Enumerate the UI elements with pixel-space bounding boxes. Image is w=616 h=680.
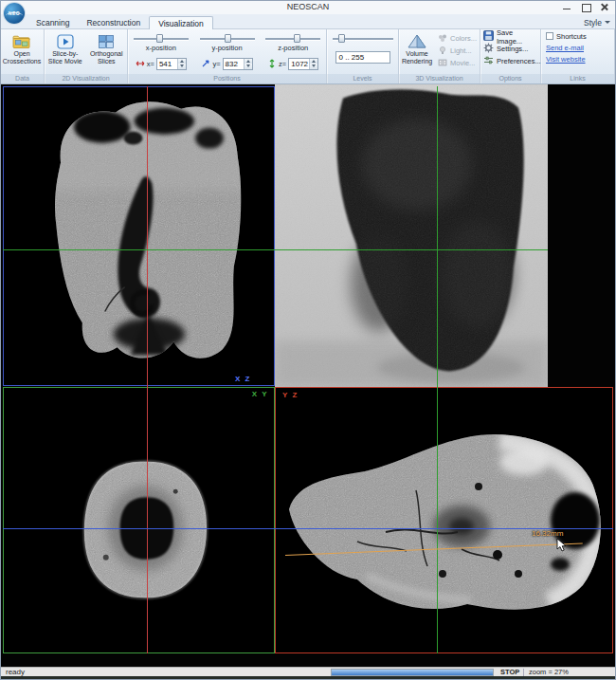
minimize-icon[interactable] bbox=[559, 2, 574, 12]
maximize-icon[interactable] bbox=[578, 2, 593, 12]
send-email-link-row: Send e-mail bbox=[541, 42, 614, 53]
mouse-cursor-icon bbox=[556, 538, 568, 553]
y-position-title: y-position bbox=[211, 44, 242, 52]
slider-thumb[interactable] bbox=[338, 34, 345, 43]
ribbon-group-positions: x-position x= 541 bbox=[128, 29, 327, 83]
z-prefix: z= bbox=[279, 60, 286, 68]
orthogonal-slices-label: Orthogonal Slices bbox=[87, 50, 127, 64]
spin-down-button[interactable] bbox=[245, 64, 252, 69]
status-text: ready bbox=[6, 668, 25, 676]
levels-range-box[interactable]: 0 .. 255 bbox=[335, 51, 390, 64]
group-label-links: Links bbox=[541, 74, 614, 83]
preferences-label: Preferences... bbox=[497, 57, 541, 65]
statusbar-separator bbox=[523, 669, 524, 676]
checkbox-icon[interactable] bbox=[546, 32, 553, 40]
measurement-value: 16.32mm bbox=[532, 529, 563, 538]
window-controls bbox=[559, 2, 612, 12]
ribbon-group-options: Save Image... Settings... Preferences...… bbox=[480, 29, 541, 83]
window-title: NEOSCAN bbox=[287, 2, 330, 11]
light-label: Light... bbox=[450, 46, 472, 55]
crosshair-z-line-top[interactable] bbox=[3, 249, 548, 250]
stop-button[interactable]: STOP bbox=[500, 668, 519, 676]
group-label-3d-visualization: 3D Visualization bbox=[399, 74, 480, 83]
film-strip-icon bbox=[438, 58, 447, 69]
x-position-value[interactable]: 541 bbox=[157, 59, 177, 69]
yz-slice-image bbox=[276, 388, 612, 652]
open-crossections-button[interactable]: Open Crossections bbox=[2, 31, 42, 73]
volume-rendering-button[interactable]: Volume Rendering bbox=[400, 31, 434, 73]
viewport-yz-slice[interactable]: Y Z 16.32mm bbox=[275, 387, 613, 653]
tab-reconstruction[interactable]: Reconstruction bbox=[78, 16, 149, 29]
x-position-slider[interactable] bbox=[134, 34, 189, 43]
close-icon[interactable] bbox=[597, 2, 612, 12]
slider-thumb[interactable] bbox=[225, 34, 231, 43]
movie-button[interactable]: Movie... bbox=[435, 57, 480, 69]
crosshair-x-line[interactable] bbox=[147, 86, 148, 653]
sliders-icon bbox=[483, 55, 494, 67]
preferences-button[interactable]: Preferences... bbox=[480, 55, 540, 67]
colors-button[interactable]: Colors... bbox=[435, 32, 480, 45]
group-label-options: Options bbox=[480, 74, 540, 83]
z-position-value[interactable]: 1072 bbox=[289, 59, 309, 69]
colors-label: Colors... bbox=[450, 34, 477, 43]
open-crossections-label: Open Crossections bbox=[2, 50, 42, 64]
slice-by-slice-movie-button[interactable]: Slice-by-Slice Movie bbox=[45, 31, 85, 73]
group-label-data: Data bbox=[1, 74, 44, 83]
logo-text: NEO bbox=[9, 10, 20, 16]
send-email-link[interactable]: Send e-mail bbox=[546, 44, 584, 52]
save-disk-icon bbox=[483, 30, 494, 43]
xz-view-label: X Z bbox=[235, 375, 251, 383]
y-position-value[interactable]: 832 bbox=[224, 59, 244, 69]
levels-slider[interactable] bbox=[333, 34, 393, 43]
volume-rendering-icon bbox=[407, 32, 427, 50]
settings-button[interactable]: Settings... bbox=[480, 43, 540, 55]
viewport-projection[interactable] bbox=[275, 84, 548, 387]
ribbon: Open Crossections Data Slice-by-Slice Mo… bbox=[1, 29, 615, 84]
orthogonal-slices-icon bbox=[98, 32, 115, 50]
slider-track bbox=[265, 38, 320, 40]
play-movie-icon bbox=[57, 32, 74, 50]
window-bottom-edge bbox=[1, 676, 616, 680]
z-position-slider[interactable] bbox=[265, 34, 320, 43]
tab-scanning[interactable]: Scanning bbox=[27, 16, 78, 29]
titlebar: NEOSCAN bbox=[1, 1, 615, 14]
style-menu[interactable]: Style bbox=[584, 16, 610, 28]
zoom-level: zoom = 27% bbox=[529, 668, 569, 676]
colors-icon bbox=[438, 33, 447, 45]
tab-visualization[interactable]: Visualization bbox=[149, 16, 213, 29]
group-label-2d-visualization: 2D Visualization bbox=[45, 74, 127, 83]
slider-thumb[interactable] bbox=[156, 34, 163, 43]
z-position-spinbox[interactable]: 1072 bbox=[288, 58, 318, 70]
spin-down-button[interactable] bbox=[310, 64, 317, 69]
settings-label: Settings... bbox=[497, 45, 528, 53]
y-position-slider[interactable] bbox=[200, 34, 255, 43]
ribbon-group-levels: 0 .. 255 Levels bbox=[327, 29, 399, 83]
orthogonal-slices-button[interactable]: Orthogonal Slices bbox=[87, 31, 127, 73]
shortcuts-label: Shortcuts bbox=[556, 32, 587, 41]
viewport-xy-slice[interactable]: X Y bbox=[3, 387, 275, 653]
folder-open-icon bbox=[12, 32, 31, 50]
x-axis-icon bbox=[136, 55, 145, 72]
style-menu-label: Style bbox=[584, 18, 602, 28]
light-button[interactable]: Light... bbox=[435, 45, 480, 57]
save-image-button[interactable]: Save Image... bbox=[480, 30, 540, 43]
crosshair-z-line-bottom[interactable] bbox=[3, 528, 613, 529]
y-position-spinbox[interactable]: 832 bbox=[223, 58, 253, 70]
z-position-title: z-position bbox=[278, 44, 308, 52]
xy-view-label: X Y bbox=[252, 390, 268, 398]
x-position-spinbox[interactable]: 541 bbox=[156, 58, 187, 70]
y-axis-icon bbox=[201, 55, 210, 72]
chevron-down-icon bbox=[605, 21, 610, 24]
slider-thumb[interactable] bbox=[294, 34, 300, 43]
ribbon-group-3d-visualization: Volume Rendering Colors... Light... bbox=[399, 29, 480, 83]
visit-website-link[interactable]: Visit website bbox=[546, 55, 586, 64]
crosshair-y-line[interactable] bbox=[437, 86, 438, 653]
viewport-xz-slice[interactable]: X Z bbox=[3, 86, 275, 386]
progress-fill bbox=[332, 670, 493, 675]
ribbon-group-2d-visualization: Slice-by-Slice Movie Orthogonal Slices 2… bbox=[45, 29, 128, 83]
gear-icon bbox=[483, 43, 494, 55]
spin-down-button[interactable] bbox=[178, 64, 186, 69]
shortcuts-toggle[interactable]: Shortcuts bbox=[541, 30, 614, 42]
slice-by-slice-movie-label: Slice-by-Slice Movie bbox=[45, 50, 85, 64]
viewport-area: X Z bbox=[1, 84, 616, 667]
